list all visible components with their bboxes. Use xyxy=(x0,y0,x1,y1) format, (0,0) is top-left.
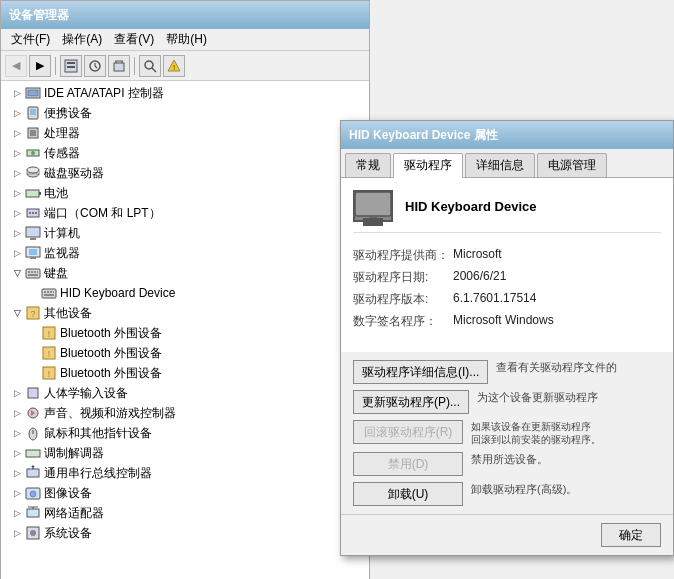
toggle-battery[interactable]: ▷ xyxy=(9,185,25,201)
svg-rect-37 xyxy=(34,271,36,273)
svg-point-26 xyxy=(29,212,31,214)
disable-button[interactable]: 禁用(D) xyxy=(353,452,463,476)
tree-item-sensor[interactable]: ▷ 传感器 xyxy=(1,143,369,163)
svg-point-27 xyxy=(32,212,34,214)
icon-portable xyxy=(25,105,41,121)
tab-general[interactable]: 常规 xyxy=(345,153,391,177)
scan-button[interactable] xyxy=(139,55,161,77)
icon-system xyxy=(25,525,41,541)
tree-item-modem[interactable]: ▷ 调制解调器 xyxy=(1,443,369,463)
tree-label-ide: IDE ATA/ATAPI 控制器 xyxy=(44,85,164,102)
tree-item-port[interactable]: ▷ 端口（COM 和 LPT） xyxy=(1,203,369,223)
icon-monitor xyxy=(25,245,41,261)
tree-item-disk[interactable]: ▷ 磁盘驱动器 xyxy=(1,163,369,183)
svg-marker-61 xyxy=(31,465,35,467)
back-button[interactable]: ◀ xyxy=(5,55,27,77)
update-button[interactable] xyxy=(84,55,106,77)
ok-button[interactable]: 确定 xyxy=(601,523,661,547)
icon-sensor xyxy=(25,145,41,161)
svg-rect-36 xyxy=(31,271,33,273)
icon-bt3: ! xyxy=(41,365,57,381)
menu-help[interactable]: 帮助(H) xyxy=(160,29,213,50)
svg-rect-58 xyxy=(26,450,40,457)
tree-label-monitor: 监视器 xyxy=(44,245,80,262)
svg-point-63 xyxy=(30,491,36,497)
tab-details[interactable]: 详细信息 xyxy=(465,153,535,177)
tab-driver[interactable]: 驱动程序 xyxy=(393,153,463,178)
toolbar-separator-1 xyxy=(55,57,56,75)
device-tree[interactable]: ▷ IDE ATA/ATAPI 控制器 ▷ 便携设备 ▷ 处理器 ▷ xyxy=(1,81,369,579)
tab-power[interactable]: 电源管理 xyxy=(537,153,607,177)
forward-button[interactable]: ▶ xyxy=(29,55,51,77)
toggle-mouse[interactable]: ▷ xyxy=(9,425,25,441)
tree-item-bt3[interactable]: ! Bluetooth 外围设备 xyxy=(1,363,369,383)
tree-item-hid-keyboard[interactable]: HID Keyboard Device xyxy=(1,283,369,303)
menu-view[interactable]: 查看(V) xyxy=(108,29,160,50)
toggle-bt3 xyxy=(25,365,41,381)
dialog-action-buttons: 驱动程序详细信息(I)... 查看有关驱动程序文件的 更新驱动程序(P)... … xyxy=(341,352,673,514)
tree-item-system[interactable]: ▷ 系统设备 xyxy=(1,523,369,543)
toggle-bt2 xyxy=(25,345,41,361)
provider-value: Microsoft xyxy=(453,247,502,264)
svg-point-68 xyxy=(30,530,36,536)
rollback-driver-button[interactable]: 回滚驱动程序(R) xyxy=(353,420,463,444)
toggle-keyboard[interactable]: ▽ xyxy=(9,265,25,281)
tree-item-computer[interactable]: ▷ 计算机 xyxy=(1,223,369,243)
toggle-other[interactable]: ▽ xyxy=(9,305,25,321)
uninstall-button[interactable] xyxy=(108,55,130,77)
toggle-imaging[interactable]: ▷ xyxy=(9,485,25,501)
tree-item-processor[interactable]: ▷ 处理器 xyxy=(1,123,369,143)
tree-item-imaging[interactable]: ▷ 图像设备 xyxy=(1,483,369,503)
toggle-sensor[interactable]: ▷ xyxy=(9,145,25,161)
svg-rect-17 xyxy=(30,130,36,136)
toggle-network[interactable]: ▷ xyxy=(9,505,25,521)
driver-details-button[interactable]: 驱动程序详细信息(I)... xyxy=(353,360,488,384)
toggle-port[interactable]: ▷ xyxy=(9,205,25,221)
tree-item-audio[interactable]: ▷ 声音、视频和游戏控制器 xyxy=(1,403,369,423)
disable-row: 禁用(D) 禁用所选设备。 xyxy=(353,452,661,476)
uninstall-button[interactable]: 卸载(U) xyxy=(353,482,463,506)
tree-item-keyboard[interactable]: ▽ 键盘 xyxy=(1,263,369,283)
tree-item-mouse[interactable]: ▷ 鼠标和其他指针设备 xyxy=(1,423,369,443)
svg-rect-40 xyxy=(42,289,56,298)
menu-action[interactable]: 操作(A) xyxy=(56,29,108,50)
toggle-monitor[interactable]: ▷ xyxy=(9,245,25,261)
update-driver-button[interactable]: 更新驱动程序(P)... xyxy=(353,390,469,414)
tree-item-bt2[interactable]: ! Bluetooth 外围设备 xyxy=(1,343,369,363)
menu-file[interactable]: 文件(F) xyxy=(5,29,56,50)
toggle-processor[interactable]: ▷ xyxy=(9,125,25,141)
tree-item-hid[interactable]: ▷ 人体学输入设备 xyxy=(1,383,369,403)
tree-item-bt1[interactable]: ! Bluetooth 外围设备 xyxy=(1,323,369,343)
tree-item-monitor[interactable]: ▷ 监视器 xyxy=(1,243,369,263)
toggle-hid[interactable]: ▷ xyxy=(9,385,25,401)
svg-rect-29 xyxy=(26,227,40,237)
toggle-disk[interactable]: ▷ xyxy=(9,165,25,181)
disable-desc: 禁用所选设备。 xyxy=(471,452,661,467)
provider-row: 驱动程序提供商： Microsoft xyxy=(353,247,661,264)
svg-rect-35 xyxy=(28,271,30,273)
toggle-audio[interactable]: ▷ xyxy=(9,405,25,421)
toggle-modem[interactable]: ▷ xyxy=(9,445,25,461)
tree-item-battery[interactable]: ▷ 电池 xyxy=(1,183,369,203)
tree-label-keyboard: 键盘 xyxy=(44,265,68,282)
tree-item-ide[interactable]: ▷ IDE ATA/ATAPI 控制器 xyxy=(1,83,369,103)
toggle-portable[interactable]: ▷ xyxy=(9,105,25,121)
warning-button[interactable]: ! xyxy=(163,55,185,77)
tree-item-network[interactable]: ▷ 网络适配器 xyxy=(1,503,369,523)
tree-item-usb[interactable]: ▷ 通用串行总线控制器 xyxy=(1,463,369,483)
toggle-bt1 xyxy=(25,325,41,341)
driver-info-table: 驱动程序提供商： Microsoft 驱动程序日期: 2006/6/21 驱动程… xyxy=(353,247,661,330)
properties-button[interactable] xyxy=(60,55,82,77)
tree-item-portable[interactable]: ▷ 便携设备 xyxy=(1,103,369,123)
toggle-ide[interactable]: ▷ xyxy=(9,85,25,101)
svg-rect-33 xyxy=(30,257,36,259)
icon-hid xyxy=(25,385,41,401)
svg-rect-38 xyxy=(37,271,38,273)
toggle-system[interactable]: ▷ xyxy=(9,525,25,541)
toggle-usb[interactable]: ▷ xyxy=(9,465,25,481)
toggle-computer[interactable]: ▷ xyxy=(9,225,25,241)
svg-rect-44 xyxy=(53,291,54,293)
uninstall-desc: 卸载驱动程序(高级)。 xyxy=(471,482,661,497)
dialog-title-text: HID Keyboard Device 属性 xyxy=(349,127,498,144)
tree-item-other[interactable]: ▽ ? 其他设备 xyxy=(1,303,369,323)
